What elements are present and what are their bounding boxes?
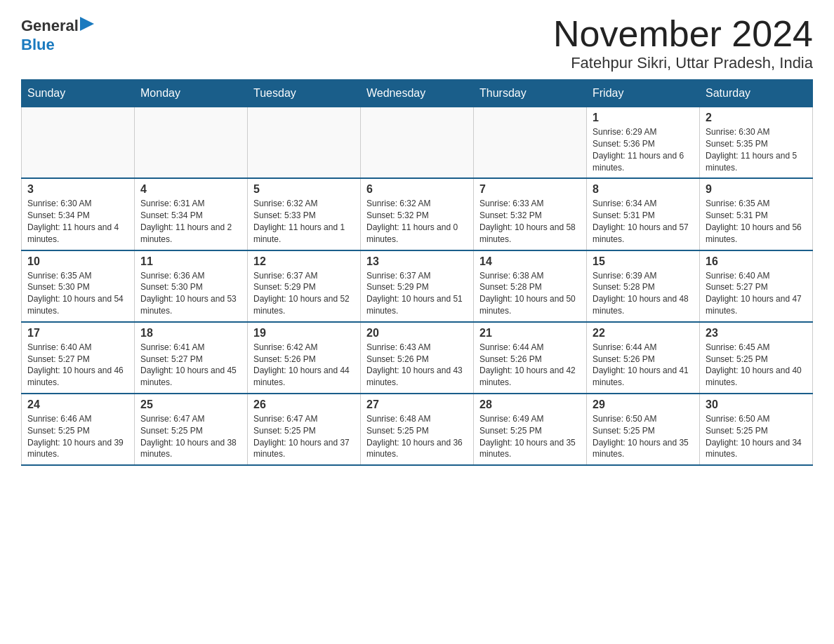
day-number: 3: [27, 183, 128, 196]
day-number: 24: [27, 398, 128, 411]
day-number: 21: [479, 327, 581, 340]
day-info: Sunrise: 6:37 AMSunset: 5:29 PMDaylight:…: [366, 270, 468, 317]
day-number: 22: [593, 327, 694, 340]
day-info: Sunrise: 6:47 AMSunset: 5:25 PMDaylight:…: [140, 413, 241, 460]
calendar-cell: 19Sunrise: 6:42 AMSunset: 5:26 PMDayligh…: [248, 322, 361, 394]
day-info: Sunrise: 6:32 AMSunset: 5:33 PMDaylight:…: [253, 198, 355, 245]
calendar-cell: 6Sunrise: 6:32 AMSunset: 5:32 PMDaylight…: [361, 178, 474, 250]
day-number: 12: [253, 255, 355, 268]
day-info: Sunrise: 6:33 AMSunset: 5:32 PMDaylight:…: [479, 198, 581, 245]
calendar-cell: [474, 107, 587, 179]
logo-arrow-icon: [80, 14, 100, 34]
calendar-cell: 8Sunrise: 6:34 AMSunset: 5:31 PMDaylight…: [587, 178, 700, 250]
day-number: 10: [27, 255, 128, 268]
calendar-week-5: 24Sunrise: 6:46 AMSunset: 5:25 PMDayligh…: [22, 394, 813, 465]
day-number: 23: [706, 327, 807, 340]
day-number: 30: [706, 398, 807, 411]
day-number: 6: [366, 183, 468, 196]
calendar-cell: 7Sunrise: 6:33 AMSunset: 5:32 PMDaylight…: [474, 178, 587, 250]
day-number: 9: [706, 183, 807, 196]
calendar-cell: 27Sunrise: 6:48 AMSunset: 5:25 PMDayligh…: [361, 394, 474, 465]
calendar-cell: 15Sunrise: 6:39 AMSunset: 5:28 PMDayligh…: [587, 250, 700, 322]
calendar-cell: 9Sunrise: 6:35 AMSunset: 5:31 PMDaylight…: [700, 178, 813, 250]
day-number: 14: [479, 255, 581, 268]
header-row: SundayMondayTuesdayWednesdayThursdayFrid…: [22, 80, 813, 107]
day-number: 18: [140, 327, 241, 340]
calendar-cell: 5Sunrise: 6:32 AMSunset: 5:33 PMDaylight…: [248, 178, 361, 250]
day-info: Sunrise: 6:37 AMSunset: 5:29 PMDaylight:…: [253, 270, 355, 317]
calendar-cell: 13Sunrise: 6:37 AMSunset: 5:29 PMDayligh…: [361, 250, 474, 322]
calendar-cell: 2Sunrise: 6:30 AMSunset: 5:35 PMDaylight…: [700, 107, 813, 179]
day-number: 5: [253, 183, 355, 196]
page-title: November 2024: [553, 14, 813, 54]
header-day-tuesday: Tuesday: [248, 80, 361, 107]
calendar-cell: 24Sunrise: 6:46 AMSunset: 5:25 PMDayligh…: [22, 394, 135, 465]
day-info: Sunrise: 6:40 AMSunset: 5:27 PMDaylight:…: [27, 342, 128, 389]
calendar-cell: 26Sunrise: 6:47 AMSunset: 5:25 PMDayligh…: [248, 394, 361, 465]
calendar-week-1: 1Sunrise: 6:29 AMSunset: 5:36 PMDaylight…: [22, 107, 813, 179]
calendar-body: 1Sunrise: 6:29 AMSunset: 5:36 PMDaylight…: [22, 107, 813, 465]
day-number: 13: [366, 255, 468, 268]
day-number: 17: [27, 327, 128, 340]
day-info: Sunrise: 6:48 AMSunset: 5:25 PMDaylight:…: [366, 413, 468, 460]
day-info: Sunrise: 6:32 AMSunset: 5:32 PMDaylight:…: [366, 198, 468, 245]
calendar-cell: [248, 107, 361, 179]
day-number: 7: [479, 183, 581, 196]
day-info: Sunrise: 6:34 AMSunset: 5:31 PMDaylight:…: [593, 198, 694, 245]
day-number: 26: [253, 398, 355, 411]
calendar-cell: 30Sunrise: 6:50 AMSunset: 5:25 PMDayligh…: [700, 394, 813, 465]
calendar-cell: [22, 107, 135, 179]
day-info: Sunrise: 6:31 AMSunset: 5:34 PMDaylight:…: [140, 198, 241, 245]
day-number: 1: [593, 112, 694, 124]
calendar-cell: 18Sunrise: 6:41 AMSunset: 5:27 PMDayligh…: [135, 322, 248, 394]
calendar-cell: 10Sunrise: 6:35 AMSunset: 5:30 PMDayligh…: [22, 250, 135, 322]
calendar-cell: 4Sunrise: 6:31 AMSunset: 5:34 PMDaylight…: [135, 178, 248, 250]
calendar-cell: 3Sunrise: 6:30 AMSunset: 5:34 PMDaylight…: [22, 178, 135, 250]
day-info: Sunrise: 6:44 AMSunset: 5:26 PMDaylight:…: [593, 342, 694, 389]
calendar-cell: 22Sunrise: 6:44 AMSunset: 5:26 PMDayligh…: [587, 322, 700, 394]
day-info: Sunrise: 6:30 AMSunset: 5:34 PMDaylight:…: [27, 198, 128, 245]
day-info: Sunrise: 6:43 AMSunset: 5:26 PMDaylight:…: [366, 342, 468, 389]
calendar-table: SundayMondayTuesdayWednesdayThursdayFrid…: [21, 79, 813, 466]
day-number: 19: [253, 327, 355, 340]
calendar-cell: 25Sunrise: 6:47 AMSunset: 5:25 PMDayligh…: [135, 394, 248, 465]
day-info: Sunrise: 6:30 AMSunset: 5:35 PMDaylight:…: [706, 126, 807, 173]
calendar-cell: 20Sunrise: 6:43 AMSunset: 5:26 PMDayligh…: [361, 322, 474, 394]
calendar-cell: 16Sunrise: 6:40 AMSunset: 5:27 PMDayligh…: [700, 250, 813, 322]
day-number: 2: [706, 112, 807, 124]
day-info: Sunrise: 6:50 AMSunset: 5:25 PMDaylight:…: [706, 413, 807, 460]
header: General Blue November 2024 Fatehpur Sikr…: [21, 14, 813, 72]
calendar-cell: [135, 107, 248, 179]
header-day-monday: Monday: [135, 80, 248, 107]
calendar-week-4: 17Sunrise: 6:40 AMSunset: 5:27 PMDayligh…: [22, 322, 813, 394]
svg-marker-0: [80, 17, 94, 31]
day-info: Sunrise: 6:29 AMSunset: 5:36 PMDaylight:…: [593, 126, 694, 173]
calendar-cell: 23Sunrise: 6:45 AMSunset: 5:25 PMDayligh…: [700, 322, 813, 394]
header-day-wednesday: Wednesday: [361, 80, 474, 107]
day-number: 25: [140, 398, 241, 411]
day-info: Sunrise: 6:39 AMSunset: 5:28 PMDaylight:…: [593, 270, 694, 317]
header-day-saturday: Saturday: [700, 80, 813, 107]
calendar-cell: 1Sunrise: 6:29 AMSunset: 5:36 PMDaylight…: [587, 107, 700, 179]
day-info: Sunrise: 6:41 AMSunset: 5:27 PMDaylight:…: [140, 342, 241, 389]
day-info: Sunrise: 6:35 AMSunset: 5:30 PMDaylight:…: [27, 270, 128, 317]
calendar-week-2: 3Sunrise: 6:30 AMSunset: 5:34 PMDaylight…: [22, 178, 813, 250]
day-number: 27: [366, 398, 468, 411]
calendar-cell: [361, 107, 474, 179]
calendar-cell: 28Sunrise: 6:49 AMSunset: 5:25 PMDayligh…: [474, 394, 587, 465]
calendar-cell: 14Sunrise: 6:38 AMSunset: 5:28 PMDayligh…: [474, 250, 587, 322]
day-number: 20: [366, 327, 468, 340]
day-info: Sunrise: 6:47 AMSunset: 5:25 PMDaylight:…: [253, 413, 355, 460]
calendar-cell: 17Sunrise: 6:40 AMSunset: 5:27 PMDayligh…: [22, 322, 135, 394]
day-info: Sunrise: 6:49 AMSunset: 5:25 PMDaylight:…: [479, 413, 581, 460]
day-info: Sunrise: 6:42 AMSunset: 5:26 PMDaylight:…: [253, 342, 355, 389]
calendar-header: SundayMondayTuesdayWednesdayThursdayFrid…: [22, 80, 813, 107]
day-info: Sunrise: 6:36 AMSunset: 5:30 PMDaylight:…: [140, 270, 241, 317]
day-number: 11: [140, 255, 241, 268]
day-info: Sunrise: 6:46 AMSunset: 5:25 PMDaylight:…: [27, 413, 128, 460]
logo-general: General: [21, 18, 79, 34]
day-info: Sunrise: 6:38 AMSunset: 5:28 PMDaylight:…: [479, 270, 581, 317]
title-area: November 2024 Fatehpur Sikri, Uttar Prad…: [553, 14, 813, 72]
day-number: 29: [593, 398, 694, 411]
day-info: Sunrise: 6:40 AMSunset: 5:27 PMDaylight:…: [706, 270, 807, 317]
